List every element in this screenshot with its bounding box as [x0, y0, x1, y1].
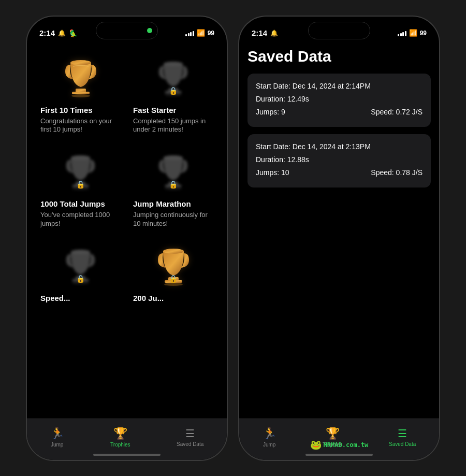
signal-icon	[185, 30, 194, 36]
tab-trophies-label-1: Trophies	[110, 442, 130, 448]
trophy-item-1000jumps: 🔒 1000 Total Jumps You've completed 1000…	[35, 141, 126, 234]
trophy-item-first10: First 10 Times Congratulations on your f…	[35, 48, 126, 140]
battery-level-2: 99	[420, 30, 427, 37]
trophy-grid: First 10 Times Congratulations on your f…	[35, 48, 219, 311]
session-card-2: Start Date: Dec 14, 2024 at 2:13PM Durat…	[247, 134, 431, 187]
wifi-icon-2: 📶	[409, 29, 417, 37]
tab-jump-2[interactable]: 🏃 Jump	[263, 427, 276, 448]
lock-icon-jump-marathon: 🔒	[169, 180, 178, 189]
lock-icon-speed1: 🔒	[76, 275, 85, 283]
signal-icon-2	[398, 30, 406, 36]
svg-point-7	[164, 61, 183, 66]
home-indicator-2	[305, 454, 373, 456]
svg-point-20	[164, 283, 183, 286]
battery-level-1: 99	[208, 30, 214, 37]
tab-saveddata-icon-1: ☰	[185, 427, 195, 440]
session-2-stats-row: Jumps: 10 Speed: 0.78 J/S	[256, 167, 423, 178]
trophy-title-first10: First 10 Times	[40, 106, 93, 115]
tab-jump-label-2: Jump	[263, 442, 275, 448]
lock-icon-fast-starter: 🔒	[169, 86, 178, 95]
dynamic-island-1	[96, 22, 158, 39]
tab-trophies-icon-1: 🏆	[113, 427, 127, 440]
trophy-title-jump-marathon: Jump Marathon	[133, 199, 191, 209]
parrot-icon: 🦜	[69, 29, 78, 37]
phone-trophies: 2:14 🔔 🦜 📶 99	[26, 16, 228, 461]
session-1-speed: Speed: 0.72 J/S	[371, 107, 423, 118]
svg-point-3	[70, 60, 91, 65]
trophy-item-speed1: 🔒 Speed...	[35, 236, 126, 310]
session-2-start-date: Start Date: Dec 14, 2024 at 2:13PM	[256, 141, 423, 152]
tab-jump-icon-1: 🏃	[50, 427, 64, 440]
session-card-1: Start Date: Dec 14, 2024 at 2:14PM Durat…	[247, 74, 431, 127]
time-1: 2:14	[39, 28, 55, 37]
svg-point-0	[71, 94, 90, 97]
time-2: 2:14	[252, 28, 267, 37]
svg-rect-2	[72, 92, 90, 94]
trophy-gold-icon	[63, 59, 99, 97]
trophies-scroll[interactable]: First 10 Times Congratulations on your f…	[27, 42, 227, 419]
wifi-icon: 📶	[197, 29, 205, 37]
session-1-stats-row: Jumps: 9 Speed: 0.72 J/S	[256, 107, 423, 118]
trophy-item-fast-starter: 🔒 Fast Starter Completed 150 jumps in un…	[128, 48, 219, 140]
tab-saveddata-1[interactable]: ☰ Saved Data	[177, 427, 203, 447]
session-2-duration: Duration: 12.88s	[256, 154, 423, 165]
session-1-jumps: Jumps: 9	[256, 107, 285, 118]
svg-point-11	[71, 155, 90, 160]
home-indicator-1	[93, 454, 161, 456]
session-2-speed: Speed: 0.78 J/S	[371, 167, 423, 178]
trophy-desc-jump-marathon: Jumping continuously for 10 minutes!	[133, 211, 213, 228]
tab-trophies-icon-2: 🏆	[326, 427, 340, 440]
watermark-text: MRMAD.com.tw	[324, 441, 369, 449]
trophy-desc-fast-starter: Completed 150 jumps in under 2 minutes!	[133, 117, 213, 135]
trophy-item-jump-marathon: 🔒 Jump Marathon Jumping continuously for…	[128, 141, 219, 234]
tab-saveddata-label-2: Saved Data	[389, 441, 416, 447]
bell-icon-2: 🔔	[270, 30, 278, 37]
lock-icon-1000jumps: 🔒	[76, 180, 85, 189]
svg-point-19	[71, 250, 90, 254]
tab-saveddata-label-1: Saved Data	[177, 441, 203, 447]
trophy-desc-first10: Congratulations on your first 10 jumps!	[40, 117, 121, 135]
dynamic-island-2	[308, 22, 370, 39]
trophy-title-1000jumps: 1000 Total Jumps	[40, 199, 105, 209]
session-1-duration: Duration: 12.49s	[256, 94, 423, 105]
tab-saveddata-2[interactable]: ☰ Saved Data	[389, 427, 416, 447]
lock-icon-200jumps: 🔒	[169, 275, 178, 283]
status-bar-2: 2:14 🔔 📶 99	[239, 17, 439, 42]
tab-trophies-1[interactable]: 🏆 Trophies	[110, 427, 130, 448]
page-title: Saved Data	[247, 48, 431, 65]
bell-icon: 🔔	[58, 30, 66, 37]
tab-saveddata-icon-2: ☰	[398, 427, 407, 440]
saved-data-scroll[interactable]: Saved Data Start Date: Dec 14, 2024 at 2…	[239, 42, 439, 419]
tab-jump-label-1: Jump	[51, 442, 63, 448]
status-bar-1: 2:14 🔔 🦜 📶 99	[27, 17, 227, 42]
trophy-title-fast-starter: Fast Starter	[133, 106, 176, 115]
watermark: 🐸 MRMAD.com.tw	[310, 439, 369, 451]
trophy-title-200jumps: 200 Ju...	[133, 294, 164, 303]
tab-jump-icon-2: 🏃	[263, 427, 276, 440]
session-1-start-date: Start Date: Dec 14, 2024 at 2:14PM	[256, 81, 423, 92]
session-2-jumps: Jumps: 10	[256, 167, 289, 178]
phone-saved-data: 2:14 🔔 📶 99 Saved Data Start Date: Dec 1…	[238, 16, 440, 461]
trophy-desc-1000jumps: You've completed 1000 jumps!	[40, 211, 121, 228]
svg-point-15	[164, 155, 183, 160]
trophy-item-200jumps: 🔒 200 Ju...	[128, 236, 219, 310]
trophy-title-speed1: Speed...	[40, 294, 70, 303]
tab-jump-1[interactable]: 🏃 Jump	[50, 427, 64, 448]
svg-point-23	[163, 249, 184, 254]
